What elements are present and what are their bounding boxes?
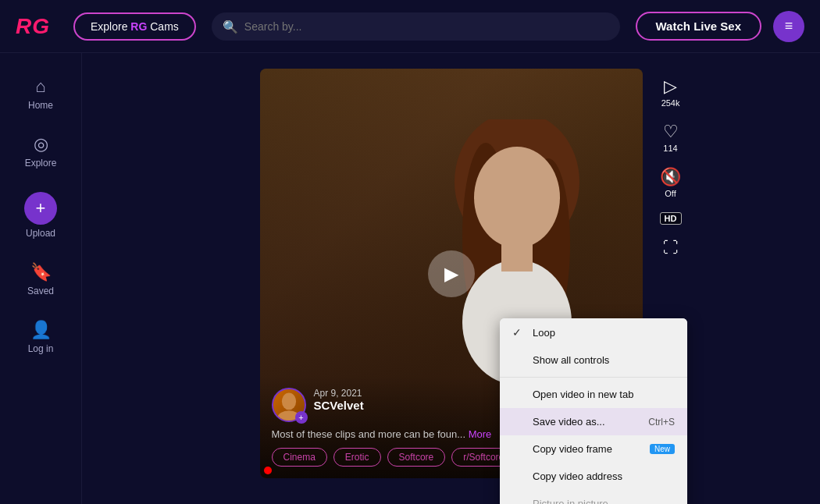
- header: RG Explore RG Cams 🔍 Watch Live Sex ≡: [0, 0, 820, 53]
- audio-status: Off: [665, 189, 676, 198]
- context-menu-loop[interactable]: ✓ Loop: [500, 318, 687, 346]
- play-count-icon: ▷: [664, 76, 677, 97]
- search-input[interactable]: [212, 12, 620, 41]
- main-layout: ⌂ Home ◎ Explore + Upload 🔖 Saved 👤 Log …: [0, 53, 820, 504]
- sidebar-item-saved[interactable]: 🔖 Saved: [0, 254, 81, 304]
- search-bar: 🔍: [212, 12, 620, 41]
- sidebar-item-home[interactable]: ⌂ Home: [0, 69, 81, 119]
- saved-icon: 🔖: [30, 262, 52, 282]
- search-icon: 🔍: [223, 19, 238, 34]
- upload-icon: +: [36, 198, 46, 218]
- user-icon: 👤: [30, 320, 52, 340]
- like-button[interactable]: ♡ 114: [663, 122, 679, 153]
- context-menu-save-video[interactable]: Save video as... Ctrl+S: [500, 408, 687, 435]
- context-show-controls-label: Show all controls: [533, 354, 609, 366]
- context-menu-open-tab[interactable]: Open video in new tab: [500, 381, 687, 408]
- sidebar-item-upload[interactable]: + Upload: [0, 184, 81, 247]
- hd-icon: HD: [660, 212, 682, 225]
- tag-cinema[interactable]: Cinema: [272, 448, 327, 467]
- play-count-value: 254k: [661, 98, 680, 108]
- context-copy-address-label: Copy video address: [533, 470, 622, 482]
- context-open-tab-label: Open video in new tab: [533, 389, 633, 400]
- sidebar: ⌂ Home ◎ Explore + Upload 🔖 Saved 👤 Log …: [0, 53, 82, 504]
- sidebar-item-login-label: Log in: [28, 343, 54, 354]
- logo: RG: [16, 14, 50, 39]
- sidebar-item-saved-label: Saved: [27, 286, 54, 296]
- red-dot-indicator: [264, 467, 272, 474]
- explore-cams-button[interactable]: Explore RG Cams: [73, 12, 196, 41]
- mute-icon: 🔇: [660, 167, 681, 187]
- save-shortcut: Ctrl+S: [648, 417, 675, 428]
- context-menu: ✓ Loop Show all controls Open video in n…: [500, 318, 687, 504]
- like-count: 114: [663, 144, 677, 153]
- check-icon: ✓: [512, 326, 525, 339]
- context-pip-label: Picture in picture: [533, 498, 608, 504]
- svg-rect-5: [501, 240, 533, 272]
- quality-badge[interactable]: HD: [660, 212, 682, 225]
- avatar-plus-icon: +: [295, 411, 308, 424]
- menu-icon: ≡: [785, 18, 793, 34]
- context-divider-1: [500, 377, 687, 378]
- sidebar-item-login[interactable]: 👤 Log in: [0, 312, 81, 362]
- context-loop-label: Loop: [533, 327, 555, 339]
- new-badge: New: [650, 444, 675, 454]
- watch-live-button[interactable]: Watch Live Sex: [636, 12, 761, 41]
- svg-point-6: [281, 393, 295, 410]
- fullscreen-button[interactable]: ⛶: [663, 239, 679, 257]
- context-save-video-label: Save video as...: [533, 416, 605, 428]
- tag-softcore[interactable]: Softcore: [387, 448, 446, 467]
- video-controls-right: ▷ 254k ♡ 114 🔇 Off HD ⛶: [660, 76, 682, 257]
- view-count: ▷ 254k: [661, 76, 680, 108]
- context-copy-frame-label: Copy video frame: [533, 443, 612, 455]
- play-button[interactable]: ▶: [428, 250, 475, 297]
- menu-button[interactable]: ≡: [773, 11, 804, 42]
- play-icon: ▶: [444, 263, 458, 285]
- context-menu-show-controls[interactable]: Show all controls: [500, 346, 687, 374]
- svg-point-3: [474, 147, 560, 248]
- tag-erotic[interactable]: Erotic: [333, 448, 381, 467]
- sidebar-item-explore[interactable]: ◎ Explore: [0, 126, 81, 176]
- sidebar-item-explore-label: Explore: [25, 158, 57, 169]
- explore-rg-text: RG: [130, 20, 147, 33]
- home-icon: ⌂: [35, 76, 45, 97]
- more-link[interactable]: More: [469, 428, 492, 440]
- context-menu-pip: Picture in picture: [500, 490, 687, 504]
- fullscreen-icon: ⛶: [663, 239, 679, 257]
- upload-button[interactable]: +: [24, 192, 57, 225]
- audio-toggle[interactable]: 🔇 Off: [660, 167, 681, 198]
- sidebar-item-home-label: Home: [28, 100, 53, 111]
- explore-icon: ◎: [34, 134, 48, 154]
- heart-icon: ♡: [663, 122, 679, 142]
- sidebar-item-upload-label: Upload: [26, 228, 55, 239]
- context-menu-copy-address[interactable]: Copy video address: [500, 463, 687, 490]
- context-menu-copy-frame[interactable]: Copy video frame New: [500, 435, 687, 463]
- content-area: ▶ +: [82, 53, 820, 504]
